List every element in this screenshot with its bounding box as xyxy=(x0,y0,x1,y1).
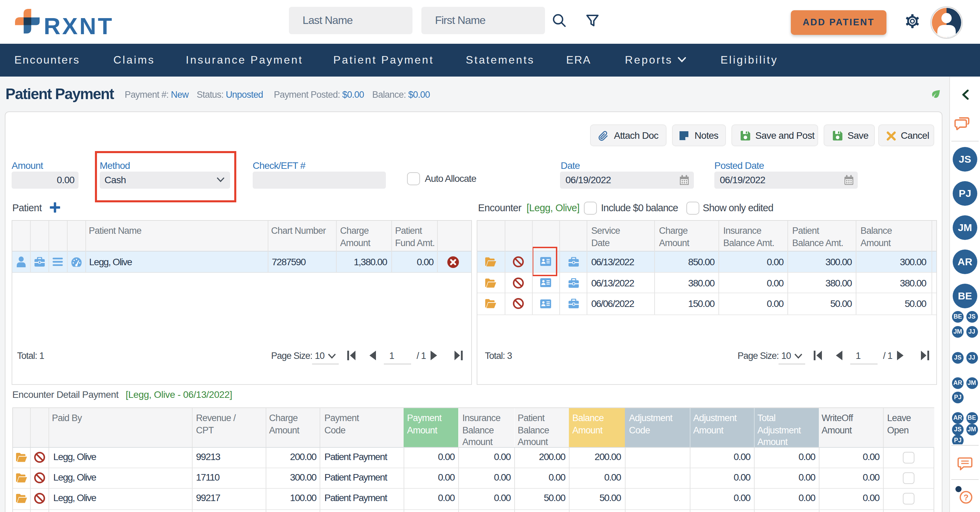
svg-text:?: ? xyxy=(963,493,968,502)
